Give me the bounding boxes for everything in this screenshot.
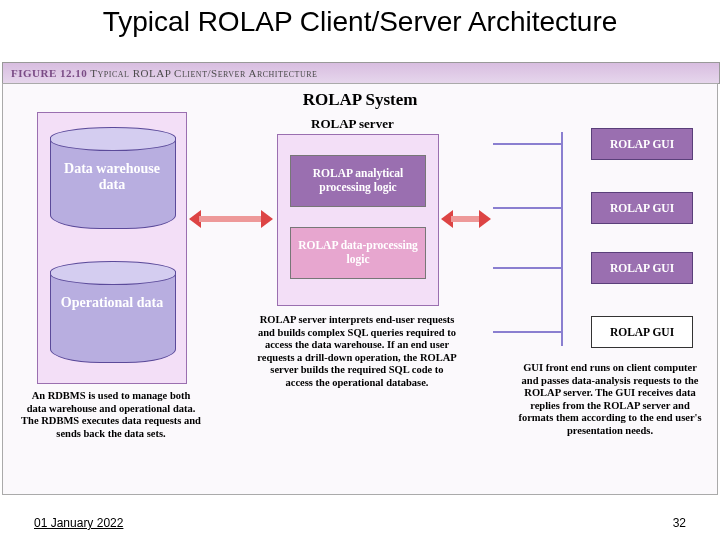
rolap-server-box: ROLAP analytical processing logic ROLAP … bbox=[277, 134, 439, 306]
figure-caption-bar: FIGURE 12.10 Typical ROLAP Client/Server… bbox=[2, 62, 720, 84]
rolap-gui-box-3: ROLAP GUI bbox=[591, 252, 693, 284]
system-header: ROLAP System bbox=[303, 90, 418, 110]
page-number: 32 bbox=[673, 516, 686, 530]
arrow-server-clients bbox=[441, 210, 491, 228]
rdbms-note: An RDBMS is used to manage both data war… bbox=[21, 390, 201, 440]
figure-number: FIGURE 12.10 bbox=[11, 67, 87, 79]
arrow-db-server bbox=[189, 210, 273, 228]
operational-data-cylinder: Operational data bbox=[50, 261, 174, 371]
data-processing-logic-box: ROLAP data-processing logic bbox=[290, 227, 426, 279]
slide: Typical ROLAP Client/Server Architecture… bbox=[0, 0, 720, 540]
rolap-gui-box-2: ROLAP GUI bbox=[591, 192, 693, 224]
analytical-logic-box: ROLAP analytical processing logic bbox=[290, 155, 426, 207]
diagram-area: ROLAP System Data warehouse data Operati… bbox=[2, 83, 718, 495]
gui-note: GUI front end runs on client computer an… bbox=[517, 362, 703, 438]
figure-caption-text: Typical ROLAP Client/Server Architecture bbox=[87, 67, 317, 79]
page-title: Typical ROLAP Client/Server Architecture bbox=[0, 0, 720, 38]
rolap-gui-box-1: ROLAP GUI bbox=[591, 128, 693, 160]
footer-date: 01 January 2022 bbox=[34, 516, 123, 530]
rolap-server-header: ROLAP server bbox=[311, 116, 394, 132]
operational-data-label: Operational data bbox=[50, 295, 174, 311]
rolap-gui-box-4: ROLAP GUI bbox=[591, 316, 693, 348]
figure-caption: FIGURE 12.10 Typical ROLAP Client/Server… bbox=[3, 63, 719, 83]
data-warehouse-cylinder: Data warehouse data bbox=[50, 127, 174, 237]
client-bracket bbox=[493, 132, 563, 346]
rolap-server-note: ROLAP server interprets end-user request… bbox=[257, 314, 457, 390]
rdbms-box: Data warehouse data Operational data bbox=[37, 112, 187, 384]
data-warehouse-label: Data warehouse data bbox=[50, 161, 174, 193]
